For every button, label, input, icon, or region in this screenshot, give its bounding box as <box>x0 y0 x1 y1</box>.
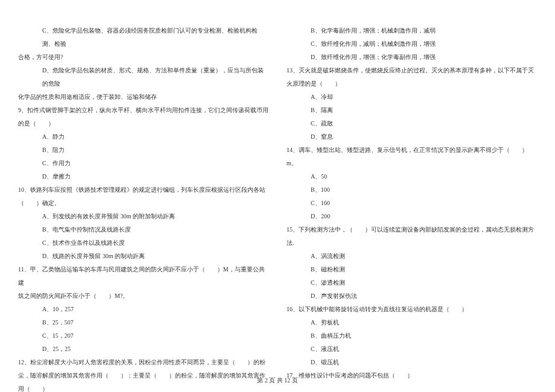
answer-option: C、渗透检测 <box>287 276 537 289</box>
answer-option: C、危险化学品包装物、容器必须经国务院质检部门认可的专业检测、检验机构检测、检验 <box>18 24 268 51</box>
answer-option: D、200 <box>287 210 537 223</box>
answer-option: D、危险化学品包装的材质、形式、规格、方法和单件质量（重量），应当与所包装的危险 <box>18 64 268 90</box>
question-text: 合格，方可使用? <box>18 51 268 64</box>
answer-option: B、阻力 <box>18 144 268 157</box>
answer-option: D、摩擦力 <box>18 170 268 183</box>
question-text: 筑之间的防火间距不应小于（ ）M?。 <box>18 289 268 303</box>
answer-option: B、100 <box>287 183 537 197</box>
question-text: （ ）确定。 <box>18 197 268 210</box>
question-text: 15、下列检测方法中，（ ）可以连续监测设备内部缺陷发展的全过程，属动态无损检测… <box>287 223 537 236</box>
answer-option: A、到发线的有效长度并预留 30m 的附加制动距离 <box>18 210 268 223</box>
answer-option: B、25，507 <box>18 316 268 329</box>
answer-option: B、化学毒副作用，增强；机械刺激作用，减弱 <box>287 24 537 37</box>
answer-option: C、作用力 <box>18 157 268 170</box>
question-text: 9、扣件式钢管脚手架的立杆，纵向水平杆、横向水平杆均用扣件连接，它们之间传递荷载… <box>18 104 268 117</box>
answer-option: A、涡流检测 <box>287 250 537 263</box>
answer-option: C、160 <box>287 197 537 210</box>
page-footer: 第 2 页 共 12 页 <box>0 376 555 385</box>
answer-option: C、致纤维化作用，减弱；机械刺激作用，增强 <box>287 37 537 51</box>
question-text: 11、甲、乙类物品运输车的车库与民用建筑之间的防火间距不应小于（ ）M，与重要公… <box>18 263 268 289</box>
question-text: 法. <box>287 236 537 250</box>
answer-option: D、致纤维化作用，增强；化学毒副作用，增强 <box>287 51 537 64</box>
answer-option: A、10，257 <box>18 303 268 316</box>
answer-option: D、声发射探伤法 <box>287 289 537 303</box>
question-text: 14、调车、矮型出站、矮型进路、复示信号机，在正常情况下的显示距离不得少于（ ）… <box>287 144 537 170</box>
answer-option: B、电气集中控制情况及线路长度 <box>18 223 268 236</box>
answer-option: B、曲柄压力机 <box>287 329 537 343</box>
answer-option: D、25，25 <box>18 343 268 356</box>
answer-option: A、冷却 <box>287 90 537 104</box>
answer-option: C、液压机 <box>287 343 537 356</box>
question-text: 的是（ ） <box>18 117 268 130</box>
answer-option: C、疏散 <box>287 117 537 130</box>
question-text: 10、铁路列车应按照《铁路技术管理规程》的规定进行编组，列车长度应根据运行区段内… <box>18 183 268 197</box>
answer-option: C、技术作业条件以及线路长度 <box>18 236 268 250</box>
answer-option: A、静力 <box>18 130 268 144</box>
right-column: B、化学毒副作用，增强；机械刺激作用，减弱C、致纤维化作用，减弱；机械刺激作用，… <box>287 24 537 374</box>
answer-option: C、15，207 <box>18 329 268 343</box>
question-text: 12、粉尘溶解度大小与对人危害程度的关系，因粉尘作用性质不同而异，主要呈（ ）的… <box>18 356 268 369</box>
answer-option: A、50 <box>287 170 537 183</box>
answer-option: D、锻压机 <box>287 356 537 369</box>
answer-option: B、隔离 <box>287 104 537 117</box>
question-text: 火原理的是（ ） <box>287 77 537 90</box>
question-text: 13、灭火就是破坏燃烧条件，使燃烧反应终止的过程。灭火的基本原理有多种，以下不属… <box>287 64 537 77</box>
answer-option: D、线路的长度并预留 30m 的制动距离 <box>18 250 268 263</box>
left-column: C、危险化学品包装物、容器必须经国务院质检部门认可的专业检测、检验机构检测、检验… <box>18 24 268 374</box>
question-text: 化学品的性质和用途相适应，便于装卸、运输和储存 <box>18 90 268 104</box>
answer-option: A、剪板机 <box>287 316 537 329</box>
answer-option: D、窒息 <box>287 130 537 144</box>
answer-option: B、磁粉检测 <box>287 263 537 276</box>
question-text: 16、以下机械中能将旋转运动转变为直线往复运动的机器是（ ） <box>287 303 537 316</box>
